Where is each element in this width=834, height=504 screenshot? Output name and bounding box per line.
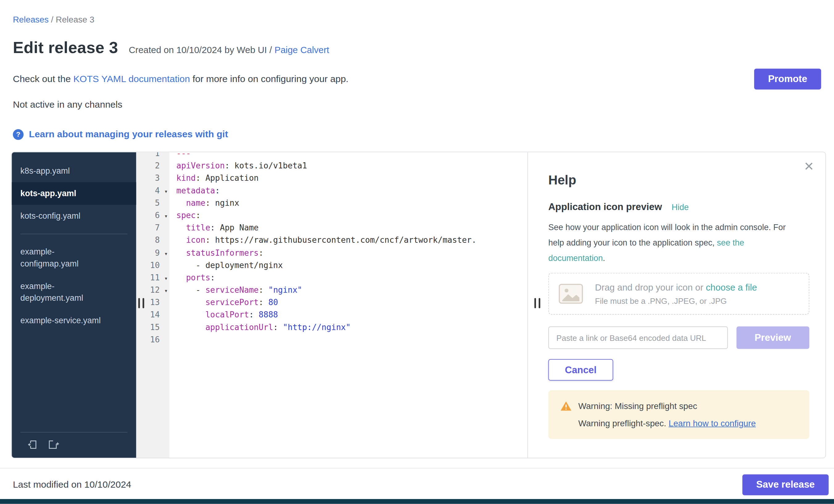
choose-file-link[interactable]: choose a file bbox=[706, 282, 757, 292]
new-file-icon[interactable] bbox=[48, 439, 60, 450]
docs-hint: Check out the KOTS YAML documentation fo… bbox=[13, 73, 349, 85]
code-content[interactable]: ---apiVersion: kots.io/v1beta1kind: Appl… bbox=[169, 152, 527, 458]
warning-text: Warning: Missing preflight spec bbox=[578, 401, 697, 411]
file-tree-item[interactable]: example-service.yaml bbox=[12, 309, 136, 332]
git-releases-link[interactable]: Learn about managing your releases with … bbox=[29, 129, 228, 140]
dropzone-text: Drag and drop your icon or choose a file bbox=[595, 282, 757, 293]
docs-hint-prefix: Check out the bbox=[13, 73, 73, 84]
line-number: 11▾ bbox=[136, 272, 169, 284]
dropzone-drag-text: Drag and drop your icon or bbox=[595, 282, 706, 292]
created-info: Created on 10/10/2024 by Web UI / Paige … bbox=[129, 45, 329, 56]
page: Releases / Release 3 Edit release 3 Crea… bbox=[0, 0, 834, 504]
bottom-strip bbox=[0, 499, 834, 504]
code-editor[interactable]: 1234▾56▾789▾1011▾12▾13141516 ---apiVersi… bbox=[136, 152, 527, 458]
file-tree-item[interactable]: kots-config.yaml bbox=[12, 205, 136, 227]
line-number: 12▾ bbox=[136, 284, 169, 297]
line-number: 14 bbox=[136, 309, 169, 322]
cancel-button[interactable]: Cancel bbox=[548, 359, 613, 380]
image-placeholder-icon bbox=[558, 283, 583, 304]
code-line[interactable]: statusInformers: bbox=[176, 247, 527, 259]
line-number: 15 bbox=[136, 322, 169, 334]
code-line[interactable]: kind: Application bbox=[176, 172, 527, 184]
code-line[interactable]: - serviceName: "nginx" bbox=[176, 284, 527, 297]
code-line[interactable]: name: nginx bbox=[176, 197, 527, 210]
code-line[interactable]: apiVersion: kots.io/v1beta1 bbox=[176, 160, 527, 172]
close-icon[interactable]: × bbox=[805, 156, 814, 176]
file-name: kots-config.yaml bbox=[20, 210, 81, 222]
hide-link[interactable]: Hide bbox=[672, 203, 689, 212]
fold-arrow-icon[interactable]: ▾ bbox=[164, 185, 168, 198]
icon-url-input[interactable] bbox=[548, 326, 728, 349]
save-release-button[interactable]: Save release bbox=[742, 475, 829, 495]
file-name: example-deployment.yaml bbox=[20, 280, 101, 304]
file-name: example-configmap.yaml bbox=[20, 246, 101, 269]
line-number: 3 bbox=[136, 172, 169, 184]
line-number: 10 bbox=[136, 259, 169, 272]
code-line[interactable]: applicationUrl: "http://nginx" bbox=[176, 322, 527, 334]
code-line[interactable]: metadata: bbox=[176, 185, 527, 197]
docs-hint-suffix: for more info on configuring your app. bbox=[190, 73, 349, 84]
breadcrumb-current: Release 3 bbox=[56, 15, 94, 24]
description-period: . bbox=[603, 254, 605, 263]
fold-arrow-icon[interactable]: ▾ bbox=[164, 247, 168, 260]
line-number: 5 bbox=[136, 197, 169, 210]
code-line[interactable] bbox=[176, 334, 527, 346]
line-number: 4▾ bbox=[136, 185, 169, 197]
help-panel: × Help Application icon preview Hide See… bbox=[527, 152, 825, 458]
footer-divider bbox=[0, 468, 834, 468]
file-name: k8s-app.yaml bbox=[20, 165, 70, 177]
icon-dropzone[interactable]: Drag and drop your icon or choose a file… bbox=[548, 273, 809, 315]
promote-button[interactable]: Promote bbox=[754, 68, 821, 89]
fold-arrow-icon[interactable]: ▾ bbox=[164, 272, 168, 285]
fold-arrow-icon[interactable]: ▾ bbox=[164, 285, 168, 297]
panel-resize-handle-left[interactable] bbox=[138, 298, 144, 308]
breadcrumb: Releases / Release 3 bbox=[0, 0, 834, 25]
header: Edit release 3 Created on 10/10/2024 by … bbox=[0, 39, 834, 57]
footer: Last modified on 10/10/2024 Save release bbox=[13, 475, 829, 495]
icon-preview-title: Application icon preview bbox=[548, 201, 662, 213]
release-editor: k8s-app.yamlkots-app.yamlkots-config.yam… bbox=[11, 152, 826, 458]
file-tree-divider bbox=[20, 234, 128, 235]
breadcrumb-releases-link[interactable]: Releases bbox=[13, 15, 49, 24]
file-tree-item[interactable]: example-deployment.yaml bbox=[12, 275, 136, 309]
file-tree-item[interactable]: example-configmap.yaml bbox=[12, 241, 136, 275]
warning-triangle-icon bbox=[560, 401, 572, 411]
created-text: Created on 10/10/2024 by Web UI / bbox=[129, 45, 275, 55]
code-line[interactable]: localPort: 8888 bbox=[176, 309, 527, 322]
line-number: 16 bbox=[136, 334, 169, 346]
icon-preview-description: See how your application icon will look … bbox=[548, 219, 801, 266]
panel-resize-handle-right[interactable] bbox=[534, 298, 540, 308]
line-number: 1 bbox=[136, 152, 169, 160]
warning-detail: Warning preflight-spec. Learn how to con… bbox=[560, 419, 797, 428]
configure-preflight-link[interactable]: Learn how to configure bbox=[669, 419, 756, 428]
code-line[interactable]: icon: https://raw.githubusercontent.com/… bbox=[176, 235, 527, 247]
add-file-icon[interactable] bbox=[27, 439, 38, 450]
file-tree-list: k8s-app.yamlkots-app.yamlkots-config.yam… bbox=[12, 160, 136, 332]
file-tree: k8s-app.yamlkots-app.yamlkots-config.yam… bbox=[12, 152, 136, 458]
file-tree-tools bbox=[12, 432, 136, 458]
fold-arrow-icon[interactable]: ▾ bbox=[164, 210, 168, 222]
line-number: 6▾ bbox=[136, 210, 169, 222]
file-tree-item[interactable]: k8s-app.yaml bbox=[12, 160, 136, 182]
line-number: 7 bbox=[136, 222, 169, 235]
code-line[interactable]: spec: bbox=[176, 210, 527, 222]
code-line[interactable]: --- bbox=[176, 152, 527, 160]
line-number: 8 bbox=[136, 235, 169, 247]
gutter-lines: 1234▾56▾789▾1011▾12▾13141516 bbox=[136, 152, 169, 346]
code-line[interactable]: - deployment/nginx bbox=[176, 259, 527, 272]
file-tree-item[interactable]: kots-app.yaml bbox=[12, 182, 136, 205]
description-text: See how your application icon will look … bbox=[548, 222, 786, 247]
preview-button[interactable]: Preview bbox=[736, 326, 809, 349]
file-name: kots-app.yaml bbox=[20, 188, 76, 199]
last-modified-text: Last modified on 10/10/2024 bbox=[13, 479, 131, 490]
channel-status: Not active in any channels bbox=[0, 99, 834, 110]
git-help-row: ? Learn about managing your releases wit… bbox=[0, 129, 834, 140]
code-line[interactable]: title: App Name bbox=[176, 222, 527, 235]
author-link[interactable]: Paige Calvert bbox=[275, 45, 329, 55]
code-line[interactable]: ports: bbox=[176, 272, 527, 284]
file-name: example-service.yaml bbox=[20, 314, 101, 326]
help-panel-title: Help bbox=[548, 173, 809, 188]
kots-yaml-docs-link[interactable]: KOTS YAML documentation bbox=[73, 73, 190, 84]
dropzone-file-hint: File must be a .PNG, .JPEG, or .JPG bbox=[595, 296, 757, 305]
code-line[interactable]: servicePort: 80 bbox=[176, 297, 527, 309]
